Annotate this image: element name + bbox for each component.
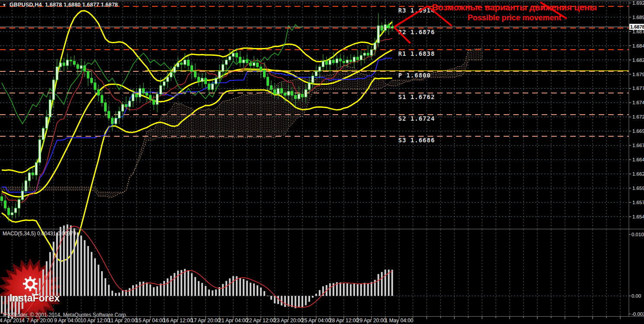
macd-axis-label: -0.00319: [631, 311, 644, 317]
time-axis-label: 28 Apr 12:00: [329, 318, 358, 324]
instaforex-logo-text: InstaForex: [10, 292, 96, 304]
time-axis-label: 4 Apr 2014: [0, 318, 25, 324]
macd-histogram: [1, 225, 393, 319]
price-axis-label: 1.6720: [632, 114, 644, 119]
price-axis-label: 1.6620: [632, 171, 644, 176]
chart-dropdown-icon: ▼: [2, 3, 6, 7]
time-axis-label: 15 Apr 04:00: [136, 318, 165, 324]
time-axis-label: 11 Apr 20:00: [108, 318, 137, 324]
price-axis-label: 1.6920: [632, 0, 644, 6]
pivot-label-r2: R2 1.6876: [398, 29, 435, 35]
price-axis-label: 1.6545: [632, 214, 644, 219]
time-axis-label: 7 Apr 20:00: [26, 318, 53, 324]
time-axis-label: 17 Apr 20:00: [191, 318, 220, 324]
price-axis-label: 1.6895: [632, 15, 644, 20]
time-axis-label: 10 Apr 12:00: [80, 318, 110, 324]
pivot-label-r1: R1 1.6838: [398, 50, 435, 57]
price-axis-label: 1.6820: [632, 58, 644, 63]
price-axis-label: 1.6695: [632, 128, 644, 134]
chart-window: R3 1.6914R2 1.6876R1 1.6838P 1.6800S1 1.…: [0, 0, 644, 324]
time-axis-label: 1 May 04:00: [385, 318, 413, 324]
symbol-period-label: GBPUSD,H4: [10, 2, 42, 8]
axes: 1.69201.68951.68701.68451.68201.67951.67…: [0, 0, 644, 317]
price-axis-label: 1.6745: [632, 100, 644, 105]
price-axis-label: 1.6845: [632, 43, 644, 48]
time-axis-label: 25 Apr 04:00: [301, 318, 331, 324]
time-axis-label: 21 Apr 04:00: [219, 318, 248, 324]
pivot-label-p: P 1.6800: [398, 72, 431, 79]
time-axis-label: 9 Apr 04:00: [54, 318, 81, 324]
price-axis-label: 1.6645: [632, 157, 644, 162]
annotation-text-ru: Возможные варианты движения цены: [430, 3, 599, 13]
chart-title: ▼GBPUSD,H4 1.6878 1.6880 1.6877 1.6878: [2, 2, 118, 8]
price-axis-label: 1.6595: [632, 186, 644, 191]
time-axis-label: 23 Apr 20:00: [274, 318, 303, 324]
annotation-text-en: Possible price movement: [430, 13, 599, 22]
macd-axis-label: 0.01083: [631, 232, 644, 237]
time-axis-label: 22 Apr 12:00: [246, 318, 276, 324]
current-price-tag: 1.6878: [629, 24, 644, 30]
price-chart-canvas[interactable]: R3 1.6914R2 1.6876R1 1.6838P 1.6800S1 1.…: [0, 0, 644, 324]
pivot-label-s1: S1 1.6762: [398, 93, 435, 100]
ohlc-readout: 1.6878 1.6880 1.6877 1.6878: [45, 2, 118, 8]
macd-axis-label: 0.00: [631, 293, 641, 298]
time-axis-label: 29 Apr 20:00: [357, 318, 386, 324]
pivot-label-s3: S3 1.6686: [398, 137, 435, 144]
price-axis-label: 1.6670: [632, 143, 644, 148]
pivot-label-s2: S2 1.6724: [398, 115, 435, 122]
price-axis-label: 1.6770: [632, 86, 644, 91]
copyright-text: IFX Trader, © 2001-2014, MetaQuotes Soft…: [3, 312, 127, 318]
price-axis-label: 1.6795: [632, 72, 644, 77]
macd-indicator-label: MACD(5,34,5) 0.00431 0.00379: [3, 231, 76, 237]
time-axis-label: 16 Apr 12:00: [163, 318, 193, 324]
price-axis-label: 1.6570: [632, 200, 644, 205]
